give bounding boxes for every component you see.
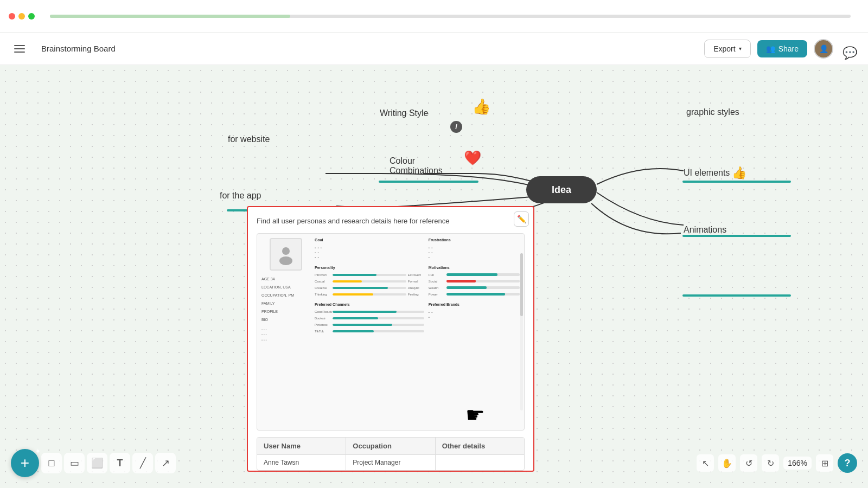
for-website-label[interactable]: for website <box>228 134 270 144</box>
arrow-icon: ↗ <box>162 457 170 469</box>
sticky-note-icon: ▭ <box>70 457 79 469</box>
card-panel: ✏️ Find all user personas and research d… <box>247 206 534 472</box>
rectangle-icon: □ <box>49 458 55 469</box>
heart-icon: ❤️ <box>464 150 481 166</box>
pbar-creative: Creative Analytic <box>315 286 424 290</box>
cell-username: Anne Tawsn <box>257 455 346 470</box>
redo-icon: ↻ <box>767 458 774 468</box>
export-button[interactable]: Export ▾ <box>704 40 750 58</box>
persona-avatar <box>270 238 302 271</box>
card-description: Find all user personas and research deta… <box>248 207 533 233</box>
scrollbar[interactable] <box>520 253 523 410</box>
frame-icon: ⬜ <box>91 457 103 469</box>
grid-icon: ⊞ <box>821 458 828 468</box>
arrow-tool[interactable]: ↗ <box>155 453 176 473</box>
fab-button[interactable]: + ✦ <box>11 449 39 477</box>
chevron-down-icon: ▾ <box>739 46 742 52</box>
menu-button[interactable] <box>11 39 30 59</box>
persona-image: AGE 34 LOCATION, USA OCCUPATION, PM FAMI… <box>257 233 525 431</box>
sticky-note-tool[interactable]: ▭ <box>64 453 85 473</box>
share-button[interactable]: 👥 Share <box>757 40 807 57</box>
goals-header: Goal <box>315 238 424 242</box>
line-tool[interactable]: ╱ <box>132 453 153 473</box>
loading-bar <box>50 15 851 18</box>
idea-node[interactable]: Idea <box>526 176 597 203</box>
traffic-lights <box>9 13 35 20</box>
personality-header: Personality <box>315 266 424 269</box>
preferred-brands-header: Preferred Brands <box>429 303 520 306</box>
export-label: Export <box>713 44 735 53</box>
hand-tool[interactable]: ✋ <box>718 454 736 472</box>
frustrations-content: • •• •• <box>429 246 520 260</box>
persona-field-age: AGE 34 <box>261 276 310 282</box>
fab-icon: + <box>21 454 29 472</box>
goals-content: • • •• •• • <box>315 246 424 260</box>
persona-field-bio: BIO <box>261 317 310 323</box>
board-title: Brainstorming Board <box>37 44 120 53</box>
help-button[interactable]: ? <box>838 453 857 473</box>
for-app-label[interactable]: for the app <box>220 191 261 201</box>
rectangle-tool[interactable]: □ <box>41 453 62 473</box>
help-icon: ? <box>845 458 851 469</box>
persona-field-location: LOCATION, USA <box>261 284 310 290</box>
writing-style-label[interactable]: Writing Style <box>380 108 429 118</box>
avatar[interactable]: 👤 <box>814 39 833 59</box>
text-icon: T <box>117 458 123 469</box>
card-table: User Name Occupation Other details Anne … <box>257 437 525 471</box>
chat-button[interactable]: 💬 <box>840 43 859 63</box>
undo-button[interactable]: ↺ <box>740 454 757 472</box>
canvas[interactable]: Idea Writing Style for website Colour Co… <box>0 65 868 488</box>
graphic-styles-label[interactable]: graphic styles <box>686 107 739 117</box>
animations-label[interactable]: Animations <box>684 225 726 235</box>
cell-other <box>436 455 524 470</box>
pbar-introvert: Introvert Extrovert <box>315 273 424 277</box>
share-label: Share <box>778 44 799 53</box>
bottom-left-tools: + ✦ □ ▭ ⬜ T ╱ ↗ <box>11 449 176 477</box>
bottom-right-tools: ↖ ✋ ↺ ↻ 166% ⊞ ? <box>697 453 857 473</box>
maximize-button[interactable] <box>28 13 35 20</box>
table-row: Anne Tawsn Project Manager <box>257 455 524 470</box>
select-icon: ↖ <box>702 458 709 468</box>
info-badge[interactable]: i <box>450 121 462 133</box>
col-occupation: Occupation <box>346 438 435 454</box>
select-button[interactable]: ↖ <box>697 454 714 472</box>
persona-field-occupation: OCCUPATION, PM <box>261 292 310 298</box>
titlebar <box>0 0 868 33</box>
grid-button[interactable]: ⊞ <box>816 454 833 472</box>
loading-progress <box>50 15 290 18</box>
redo-button[interactable]: ↻ <box>762 454 779 472</box>
cell-occupation: Project Manager <box>346 455 435 470</box>
undo-icon: ↺ <box>745 458 752 468</box>
avatar-icon: 👤 <box>819 44 828 53</box>
idea-label: Idea <box>552 184 571 196</box>
motivations-header: Motivations <box>429 266 520 269</box>
ui-elements-label[interactable]: UI elements 👍 <box>684 166 746 180</box>
ui-thumbs-icon: 👍 <box>732 166 746 180</box>
persona-field-profile: PROFILE <box>261 309 310 314</box>
col-username: User Name <box>257 438 346 454</box>
minimize-button[interactable] <box>18 13 25 20</box>
pbar-casual: Casual Formal <box>315 280 424 283</box>
table-header: User Name Occupation Other details <box>257 438 524 455</box>
hand-icon: ✋ <box>722 458 732 468</box>
line-icon: ╱ <box>140 457 146 469</box>
svg-point-7 <box>282 247 290 255</box>
frustrations-header: Frustrations <box>429 238 520 242</box>
main-toolbar: Brainstorming Board Export ▾ 👥 Share 👤 ⋯ <box>0 33 868 65</box>
zoom-level: 166% <box>783 457 812 470</box>
card-edit-button[interactable]: ✏️ <box>514 211 529 227</box>
thumbs-up-left-icon: 👍 <box>472 98 491 115</box>
close-button[interactable] <box>9 13 15 20</box>
share-icon: 👥 <box>766 44 775 53</box>
text-tool[interactable]: T <box>110 453 130 473</box>
persona-field-family: FAMILY <box>261 300 310 306</box>
pbar-thinking: Thinking Feeling <box>315 293 424 296</box>
fab-sparkle-icon: ✦ <box>35 447 41 455</box>
colour-combinations-label[interactable]: Colour Combinations <box>390 156 443 176</box>
preferred-channels-header: Preferred Channels <box>315 303 424 306</box>
svg-point-8 <box>279 256 292 265</box>
frame-tool[interactable]: ⬜ <box>87 453 107 473</box>
col-other: Other details <box>436 438 524 454</box>
